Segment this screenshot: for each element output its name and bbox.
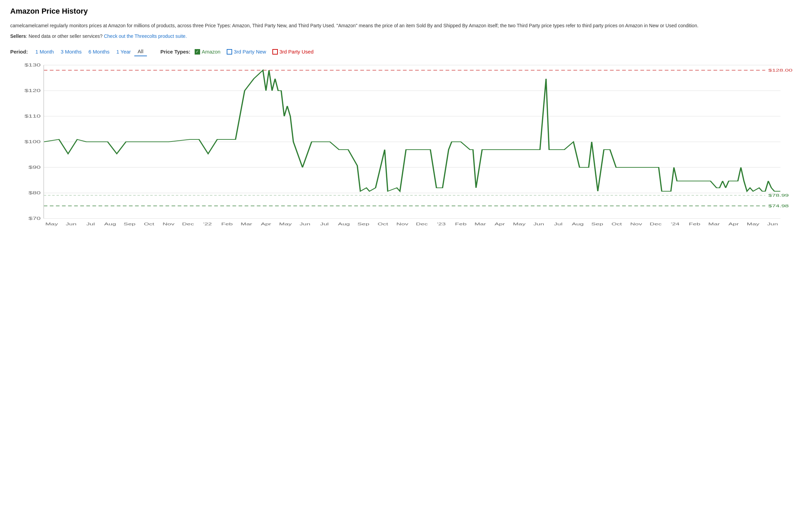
svg-text:Sep: Sep: [358, 222, 369, 226]
price-type-amazon[interactable]: ✓ Amazon: [195, 49, 220, 55]
period-1month[interactable]: 1 Month: [32, 47, 57, 56]
svg-text:'24: '24: [671, 222, 680, 226]
svg-text:$130: $130: [25, 63, 41, 68]
svg-text:$120: $120: [25, 88, 41, 93]
amazon-checkbox[interactable]: ✓: [195, 49, 200, 55]
price-chart: $130 $120 $110 $100 $90 $80 $70 $128.00 …: [10, 62, 802, 239]
period-6months[interactable]: 6 Months: [85, 47, 113, 56]
3rd-party-used-label: 3rd Party Used: [279, 49, 314, 55]
svg-text:Nov: Nov: [396, 222, 408, 226]
svg-text:Jul: Jul: [86, 222, 95, 226]
description-text: camelcamelcamel regularly monitors price…: [10, 22, 802, 29]
svg-text:$100: $100: [25, 140, 41, 144]
amazon-label: Amazon: [202, 49, 220, 55]
svg-text:Oct: Oct: [611, 222, 622, 226]
price-type-3rd-new[interactable]: 3rd Party New: [227, 49, 266, 55]
svg-text:Jul: Jul: [320, 222, 329, 226]
svg-text:May: May: [45, 222, 58, 226]
svg-text:Jun: Jun: [300, 222, 310, 226]
svg-text:Nov: Nov: [630, 222, 642, 226]
threecolts-link[interactable]: Check out the Threecolts product suite.: [104, 33, 187, 39]
period-1year[interactable]: 1 Year: [113, 47, 134, 56]
svg-text:Oct: Oct: [378, 222, 388, 226]
period-all[interactable]: All: [134, 47, 147, 56]
svg-text:$74.98: $74.98: [768, 204, 789, 208]
svg-text:Feb: Feb: [455, 222, 467, 226]
svg-text:'23: '23: [437, 222, 446, 226]
svg-text:Nov: Nov: [163, 222, 175, 226]
svg-text:Jul: Jul: [554, 222, 563, 226]
svg-text:'22: '22: [203, 222, 212, 226]
svg-text:May: May: [747, 222, 759, 226]
svg-text:$90: $90: [29, 165, 41, 170]
sellers-line: Sellers: Need data or other seller servi…: [10, 33, 802, 39]
svg-text:Dec: Dec: [416, 222, 428, 226]
svg-text:Apr: Apr: [728, 222, 739, 226]
3rd-party-new-label: 3rd Party New: [234, 49, 266, 55]
svg-text:Jun: Jun: [66, 222, 77, 226]
svg-text:Dec: Dec: [650, 222, 662, 226]
svg-text:$110: $110: [25, 114, 41, 119]
svg-text:Feb: Feb: [221, 222, 233, 226]
price-type-3rd-used[interactable]: 3rd Party Used: [272, 49, 314, 55]
price-types-label: Price Types:: [161, 49, 191, 55]
period-label: Period:: [10, 49, 28, 55]
page-title: Amazon Price History: [10, 7, 802, 16]
svg-text:$70: $70: [29, 216, 41, 221]
svg-text:Aug: Aug: [104, 222, 116, 226]
svg-text:$128.00: $128.00: [768, 69, 793, 73]
svg-text:Mar: Mar: [475, 222, 487, 226]
svg-text:May: May: [513, 222, 526, 226]
3rd-party-used-checkbox[interactable]: [272, 49, 278, 55]
svg-text:Aug: Aug: [572, 222, 584, 226]
svg-text:Oct: Oct: [144, 222, 155, 226]
chart-container: $130 $120 $110 $100 $90 $80 $70 $128.00 …: [10, 62, 802, 239]
3rd-party-new-checkbox[interactable]: [227, 49, 232, 55]
svg-text:Jun: Jun: [534, 222, 545, 226]
svg-text:Mar: Mar: [708, 222, 720, 226]
svg-text:Sep: Sep: [591, 222, 603, 226]
svg-text:$80: $80: [29, 191, 41, 195]
svg-text:Feb: Feb: [689, 222, 700, 226]
svg-text:Aug: Aug: [338, 222, 350, 226]
svg-text:May: May: [279, 222, 292, 226]
svg-text:Dec: Dec: [182, 222, 194, 226]
svg-text:Apr: Apr: [261, 222, 271, 226]
svg-text:Mar: Mar: [241, 222, 252, 226]
svg-text:Jun: Jun: [767, 222, 778, 226]
svg-text:$78.99: $78.99: [768, 194, 789, 198]
svg-text:Apr: Apr: [495, 222, 505, 226]
svg-text:Sep: Sep: [124, 222, 136, 226]
period-3months[interactable]: 3 Months: [57, 47, 85, 56]
controls-bar: Period: 1 Month 3 Months 6 Months 1 Year…: [10, 47, 802, 56]
